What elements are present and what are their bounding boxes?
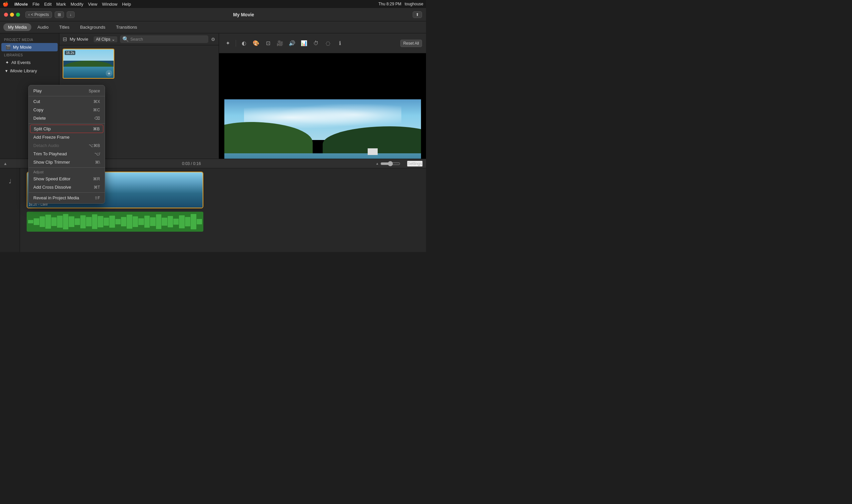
- wave-bar: [57, 216, 62, 228]
- context-menu-show-speed-editor[interactable]: Show Speed Editor ⌘R: [29, 175, 105, 183]
- close-button[interactable]: [4, 13, 8, 17]
- speed-tool[interactable]: ⏱: [311, 39, 321, 48]
- magic-wand-tool[interactable]: ✦: [223, 39, 232, 48]
- wave-bar: [197, 219, 202, 224]
- clip-duration-badge: 16.2s: [65, 51, 75, 55]
- music-note-icon: ♩: [9, 178, 11, 185]
- volume-tool[interactable]: 🔊: [287, 39, 297, 48]
- overlay-tool[interactable]: ◌: [323, 39, 333, 48]
- view-menu-item[interactable]: View: [88, 2, 97, 7]
- wave-bar: [133, 216, 138, 227]
- wave-bar: [63, 214, 68, 230]
- wave-bar: [109, 216, 115, 228]
- wave-bar: [51, 217, 57, 226]
- tab-backgrounds[interactable]: Backgrounds: [75, 23, 110, 31]
- wave-bar: [168, 216, 173, 227]
- wave-bar: [28, 220, 33, 223]
- search-box[interactable]: 🔍: [120, 35, 209, 43]
- timeline-audio-clip[interactable]: [27, 212, 203, 232]
- zoom-slider[interactable]: [380, 161, 400, 166]
- wave-bar: [92, 214, 97, 229]
- wave-bar: [98, 216, 103, 227]
- chevron-down-icon: ▾: [5, 68, 8, 73]
- mark-menu-item[interactable]: Mark: [56, 2, 66, 7]
- sidebar-item-all-events[interactable]: ✦ All Events: [1, 58, 58, 67]
- crop-tool[interactable]: ⊡: [263, 39, 273, 48]
- titlebar: ‹ < Projects ⊞ ↓ My Movie ⬆: [0, 8, 426, 21]
- context-menu-separator-4: [29, 192, 105, 193]
- star-icon: ✦: [5, 60, 9, 65]
- content-panel-title: My Movie: [70, 37, 88, 42]
- menubar: 🍎 iMovie File Edit Mark Modify View Wind…: [0, 0, 426, 8]
- video-house-element: [368, 148, 378, 155]
- wave-bar: [173, 219, 179, 225]
- search-icon: 🔍: [122, 36, 129, 42]
- menubar-time: Thu 8:29 PM: [378, 2, 401, 6]
- tab-my-media[interactable]: My Media: [3, 23, 31, 31]
- timeline-settings-button[interactable]: Settings: [407, 161, 423, 167]
- grid-toggle-icon[interactable]: ⊟: [63, 36, 67, 42]
- context-menu-detach-audio: Detach Audio ⌥⌘B: [29, 141, 105, 150]
- wave-bar: [115, 219, 121, 224]
- clip-thumbnail[interactable]: 16.2s +: [63, 49, 114, 79]
- info-tool[interactable]: ℹ: [336, 39, 345, 48]
- context-menu-cut[interactable]: Cut ⌘X: [29, 97, 105, 106]
- wave-bar: [86, 217, 91, 227]
- wave-bar: [138, 218, 144, 225]
- share-button[interactable]: ⬆: [413, 11, 422, 18]
- context-menu-split-clip[interactable]: Split Clip ⌘B: [30, 125, 103, 133]
- projects-back-button[interactable]: ‹ < Projects: [25, 11, 52, 18]
- modify-menu-item[interactable]: Modify: [71, 2, 83, 7]
- clip-add-button[interactable]: +: [106, 70, 112, 77]
- context-menu-separator-2: [29, 123, 105, 124]
- color-balance-tool[interactable]: ◐: [239, 39, 249, 48]
- wave-bar: [121, 217, 126, 227]
- noise-reduction-tool[interactable]: 📊: [299, 39, 309, 48]
- context-menu-add-freeze-frame[interactable]: Add Freeze Frame: [29, 133, 105, 141]
- timeline-expand-icon[interactable]: ▲: [3, 161, 7, 166]
- context-menu-copy[interactable]: Copy ⌘C: [29, 106, 105, 114]
- traffic-lights: [4, 13, 20, 17]
- wave-bar: [191, 214, 196, 230]
- edit-menu-item[interactable]: Edit: [44, 2, 51, 7]
- app-menu-item[interactable]: iMovie: [14, 2, 28, 7]
- stabilize-tool[interactable]: 🎥: [275, 39, 285, 48]
- wave-bar: [144, 216, 150, 228]
- context-menu-show-clip-trimmer[interactable]: Show Clip Trimmer ⌘\: [29, 158, 105, 166]
- color-correct-tool[interactable]: 🎨: [251, 39, 261, 48]
- wave-bar: [40, 216, 45, 227]
- tab-audio[interactable]: Audio: [33, 23, 53, 31]
- context-menu-separator-3: [29, 167, 105, 168]
- context-menu-trim-to-playhead[interactable]: Trim To Playhead ⌥/: [29, 150, 105, 158]
- file-menu-item[interactable]: File: [32, 2, 39, 7]
- apple-logo-icon[interactable]: 🍎: [3, 1, 8, 7]
- reset-all-button[interactable]: Reset All: [400, 40, 422, 47]
- context-menu-add-cross-dissolve[interactable]: Add Cross Dissolve ⌘T: [29, 183, 105, 191]
- sidebar-item-my-movie[interactable]: 🎬 My Movie: [1, 43, 58, 51]
- fullscreen-button[interactable]: [16, 13, 20, 17]
- waveform-display: [27, 212, 203, 232]
- tab-transitions[interactable]: Transitions: [111, 23, 142, 31]
- minimize-button[interactable]: [10, 13, 14, 17]
- wave-bar: [185, 217, 191, 227]
- download-button[interactable]: ↓: [67, 11, 75, 18]
- gear-icon[interactable]: ⚙: [211, 37, 215, 42]
- help-menu-item[interactable]: Help: [122, 2, 131, 7]
- wave-bar: [162, 218, 167, 225]
- toolbar-separator: [236, 40, 236, 47]
- content-toolbar: ⊟ My Movie All Clips ⌄ 🔍 ⚙: [59, 33, 219, 45]
- context-menu-reveal-in-project-media[interactable]: Reveal in Project Media ⇧F: [29, 194, 105, 202]
- project-media-section-label: PROJECT MEDIA: [0, 36, 59, 43]
- wave-bar: [34, 218, 39, 225]
- wave-bar: [75, 218, 80, 225]
- wave-bar: [45, 215, 51, 229]
- search-input[interactable]: [130, 37, 206, 42]
- wave-bar: [80, 215, 86, 228]
- sidebar-item-imovie-library[interactable]: ▾ iMovie Library: [1, 67, 58, 75]
- tab-titles[interactable]: Titles: [55, 23, 74, 31]
- context-menu-delete[interactable]: Delete ⌫: [29, 114, 105, 122]
- clip-filter-dropdown[interactable]: All Clips ⌄: [94, 36, 117, 42]
- context-menu-play[interactable]: Play Space: [29, 87, 105, 95]
- grid-view-button[interactable]: ⊞: [55, 11, 64, 18]
- window-menu-item[interactable]: Window: [102, 2, 117, 7]
